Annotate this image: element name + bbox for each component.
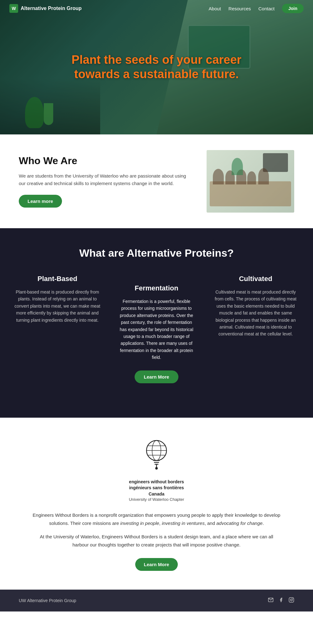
- svg-rect-11: [289, 598, 294, 602]
- ewb-desc1-italic2: investing in ventures: [162, 521, 205, 526]
- alt-proteins-section: What are Alternative Proteins? Plant-Bas…: [0, 228, 313, 418]
- svg-point-9: [155, 467, 158, 470]
- who-title: Who We Are: [19, 155, 194, 167]
- join-button[interactable]: Join: [282, 4, 304, 13]
- fermentation-description: Fermentation is a powerful, flexible pro…: [118, 298, 195, 361]
- footer-social-icons: [268, 597, 294, 604]
- who-we-are-section: Who We Are We are students from the Univ…: [0, 134, 313, 228]
- ewb-description-1: Engineers Without Borders is a nonprofit…: [31, 511, 282, 527]
- person-1: [213, 169, 224, 184]
- hero-title-part1: Plant the seeds of: [72, 53, 177, 66]
- plant-based-description: Plant-based meat is produced directly fr…: [13, 289, 102, 324]
- ewb-name-line3: Canada: [31, 491, 282, 497]
- ewb-desc1-part2: ,: [159, 521, 162, 526]
- who-text-block: Who We Are We are students from the Univ…: [19, 155, 194, 208]
- cultivated-description: Cultivated meat is meat produced directl…: [211, 289, 300, 338]
- presenter: [232, 158, 243, 175]
- nav-link-contact[interactable]: Contact: [259, 6, 275, 11]
- nav-link-resources[interactable]: Resources: [228, 6, 251, 11]
- cultivated-card: Cultivated Cultivated meat is meat produ…: [211, 275, 300, 338]
- ewb-name-line1: engineers without borders: [31, 479, 282, 485]
- instagram-icon[interactable]: [289, 597, 294, 604]
- who-description: We are students from the University of W…: [19, 172, 194, 187]
- alt-proteins-title: What are Alternative Proteins?: [13, 247, 300, 259]
- ewb-logo: [138, 436, 175, 474]
- person-5: [258, 168, 269, 184]
- nav-logo[interactable]: W Alternative Protein Group: [9, 4, 82, 13]
- email-icon[interactable]: [268, 597, 274, 604]
- who-image: [207, 150, 294, 213]
- svg-point-13: [293, 599, 293, 599]
- hero-title: Plant the seeds of your career towards a…: [63, 53, 250, 81]
- plant-based-card: Plant-Based Plant-based meat is produced…: [13, 275, 102, 324]
- fermentation-learn-more-button[interactable]: Learn More: [135, 370, 179, 383]
- ewb-desc1-italic3: advocating for change: [216, 521, 263, 526]
- cultivated-title: Cultivated: [211, 275, 300, 283]
- fermentation-title: Fermentation: [118, 284, 195, 292]
- ewb-desc1-part4: .: [263, 521, 264, 526]
- ewb-name-line2: ingénieurs sans frontières: [31, 485, 282, 491]
- person-4: [247, 171, 256, 184]
- facebook-icon[interactable]: [279, 597, 284, 604]
- logo-text: Alternative Protein Group: [21, 6, 82, 11]
- footer: UW Alternative Protein Group: [0, 590, 313, 611]
- ewb-org-name: engineers without borders ingénieurs san…: [31, 479, 282, 497]
- hero-section: Plant the seeds of your career towards a…: [0, 0, 313, 134]
- ewb-section: engineers without borders ingénieurs san…: [0, 418, 313, 590]
- footer-org-name: UW Alternative Protein Group: [19, 598, 76, 603]
- hero-title-highlight: your: [177, 53, 202, 66]
- nav-link-about[interactable]: About: [209, 6, 221, 11]
- classroom-image: [207, 150, 294, 213]
- fermentation-card: Fermentation Fermentation is a powerful,…: [112, 275, 202, 399]
- navigation: W Alternative Protein Group About Resour…: [0, 0, 313, 17]
- nav-links: About Resources Contact Join: [209, 4, 304, 13]
- screen: [263, 153, 288, 172]
- logo-icon: W: [9, 4, 18, 13]
- svg-point-12: [290, 599, 292, 601]
- plant-based-title: Plant-Based: [13, 275, 102, 283]
- ewb-learn-more-button[interactable]: Learn More: [135, 558, 178, 571]
- ewb-chapter: University of Waterloo Chapter: [31, 497, 282, 502]
- table: [210, 181, 291, 206]
- ewb-description-2: At the University of Waterloo, Engineers…: [31, 533, 282, 549]
- ewb-logo-svg: [138, 436, 175, 474]
- ewb-desc1-part3: , and: [205, 521, 217, 526]
- who-learn-more-button[interactable]: Learn more: [19, 195, 62, 208]
- ewb-desc1-italic1: investing in people: [120, 521, 159, 526]
- proteins-grid: Plant-Based Plant-based meat is produced…: [13, 275, 300, 399]
- hero-text: Plant the seeds of your career towards a…: [63, 53, 250, 81]
